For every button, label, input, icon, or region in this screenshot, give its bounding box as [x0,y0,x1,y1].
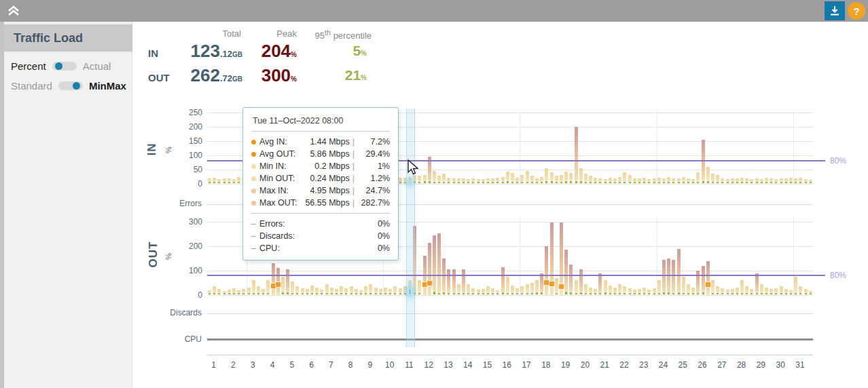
avg-bar [482,181,485,184]
avg-bar [784,292,788,295]
avg-bar [452,292,456,295]
y-tick-label: 200 [174,122,202,132]
avg-bar [682,292,685,295]
tooltip-aux-row: – Errors: 0% [251,218,390,230]
y-tick-label: 250 [174,108,202,117]
series-marker-icon [251,152,256,157]
avg-bar [780,181,783,184]
x-day-label: 2 [231,360,236,370]
avg-bar [232,181,236,184]
avg-bar [691,181,695,184]
discards-line [207,313,813,314]
avg-bar [261,292,265,295]
avg-bar [667,292,670,295]
avg-bar [286,292,289,295]
avg-bar [584,181,587,184]
avg-bar [711,292,715,295]
x-day-label: 25 [679,360,687,370]
x-day-label: 28 [737,360,746,370]
dash-marker-icon: – [251,246,256,251]
x-day-label: 17 [522,360,530,370]
y-tick-label: 200 [174,241,202,251]
x-day-label: 15 [483,360,492,370]
avg-bar [477,181,480,184]
avg-bar [530,181,534,184]
avg-bar [208,181,211,184]
avg-bar [589,181,592,184]
avg-bar [325,292,329,295]
max-bar [702,266,705,295]
avg-bar [809,181,812,184]
avg-bar [604,292,607,295]
x-day-label: 30 [776,360,784,370]
avg-bar [794,292,797,295]
tooltip-divider [251,213,390,214]
avg-bar [760,181,763,184]
avg-bar [589,292,592,295]
avg-bar [780,292,783,295]
avg-bar [706,180,710,184]
avg-bar [535,292,539,295]
avg-bar [506,292,509,295]
tooltip-row: Avg OUT: 5.86 Mbps| 29.4% [251,148,390,160]
y-tick-label: 0 [174,179,202,189]
x-day-label: 13 [444,360,452,370]
traffic-chart[interactable]: 2502001501005003002001000123456789101112… [0,0,868,388]
avg-marker [558,284,564,290]
avg-bar [560,181,563,184]
x-day-label: 11 [405,360,413,370]
x-day-label: 6 [309,360,314,370]
avg-bar [755,181,759,184]
avg-bar [223,292,226,295]
mouse-cursor [406,159,421,178]
avg-bar [633,292,636,295]
weekly-gridline [657,111,657,184]
avg-bar [809,292,812,295]
avg-bar [633,181,636,184]
avg-bar [555,292,558,295]
avg-bar [702,292,705,295]
max-bar [569,265,573,295]
avg-bar [726,181,729,184]
max-bar [662,260,666,295]
x-day-label: 7 [329,360,333,370]
avg-bar [540,292,543,295]
avg-bar [765,292,768,295]
in-axis-unit: % [164,147,173,153]
max-bar [702,140,705,184]
avg-bar [506,180,509,184]
max-bar [501,267,505,295]
max-bar [667,258,670,295]
out-threshold-label: 80% [830,271,846,280]
avg-bar [609,292,612,295]
avg-bar [789,292,793,295]
avg-bar [501,181,505,184]
avg-bar [726,292,729,295]
avg-bar [228,292,231,295]
out-axis-unit: % [164,253,173,260]
tooltip-divider [251,131,390,132]
avg-bar [691,292,695,295]
avg-bar [486,181,490,184]
avg-bar [535,181,539,184]
x-day-label: 14 [463,360,472,370]
avg-bar [579,180,583,184]
weekly-gridline [520,111,520,184]
cursor-arrow-icon [406,159,421,176]
avg-bar [653,292,656,295]
avg-bar [452,181,456,184]
avg-bar [804,181,808,184]
avg-bar [428,180,431,184]
max-bar [672,260,675,295]
avg-bar [359,292,363,295]
avg-bar [609,181,612,184]
avg-bar [716,181,719,184]
max-bar [452,269,456,295]
avg-bar [379,292,382,295]
avg-marker [427,280,433,286]
chart-tooltip: Tue 11–Oct–2022 08:00 Avg IN: 1.44 Mbps|… [242,107,399,260]
x-day-label: 31 [795,360,804,370]
avg-bar [526,292,529,295]
x-day-label: 21 [600,360,609,370]
avg-bar [765,181,768,184]
